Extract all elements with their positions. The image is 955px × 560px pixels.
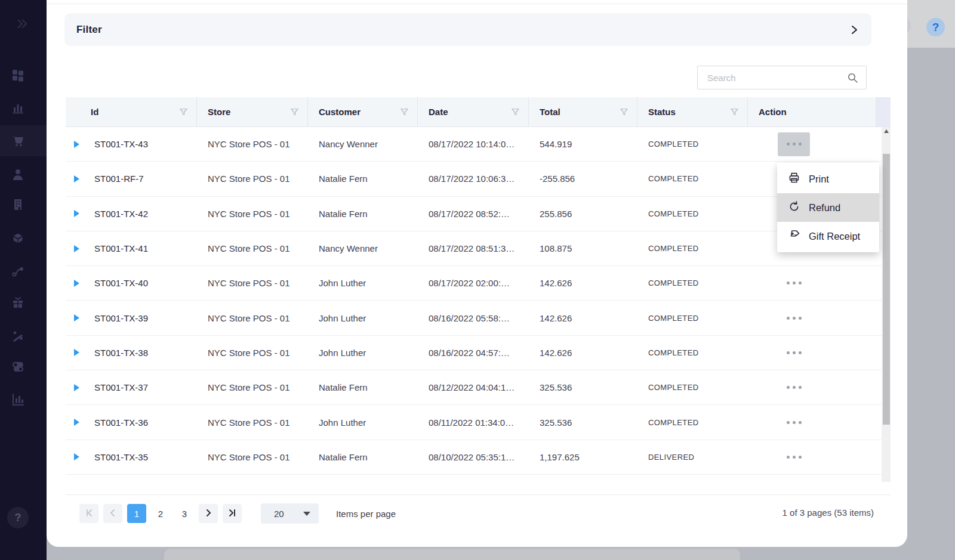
row-actions-button[interactable] <box>778 273 810 294</box>
analytics-chart-icon <box>11 101 24 115</box>
cell-date: 08/17/2022 08:52:… <box>418 209 529 219</box>
dashboard-grid-icon <box>11 69 24 82</box>
filter-funnel-icon[interactable] <box>400 107 409 116</box>
cell-store: NYC Store POS - 01 <box>197 174 308 184</box>
help-fab-button[interactable]: ? <box>926 18 945 36</box>
divider <box>47 4 907 4</box>
chevron-down-icon <box>303 512 310 516</box>
first-page-button[interactable] <box>79 504 98 523</box>
cell-id: ST001-TX-42 <box>94 209 148 219</box>
cell-total: 325.536 <box>529 382 637 392</box>
last-page-icon <box>228 509 236 519</box>
page-button-2[interactable]: 2 <box>151 504 170 523</box>
previous-page-button[interactable] <box>103 504 122 523</box>
menu-item-refund[interactable]: Refund <box>777 193 879 222</box>
items-per-page-label: Items per page <box>336 509 396 519</box>
sidebar-item-reports[interactable] <box>11 392 25 407</box>
first-page-icon <box>85 509 93 519</box>
table-body: ST001-TX-43 NYC Store POS - 01 Nancy Wen… <box>66 127 882 482</box>
menu-item-print[interactable]: Print <box>777 165 879 193</box>
filter-funnel-icon[interactable] <box>290 107 299 116</box>
cell-customer: Natalie Fern <box>308 174 418 184</box>
expand-row-icon[interactable] <box>74 419 79 426</box>
sidebar-item-dashboard[interactable] <box>11 68 25 82</box>
filter-funnel-icon[interactable] <box>730 107 739 116</box>
table-row: ST001-TX-43 NYC Store POS - 01 Nancy Wen… <box>66 127 882 162</box>
cell-date: 08/16/2022 04:57:… <box>418 348 529 358</box>
sidebar-item-delivery[interactable] <box>11 264 25 279</box>
row-actions-button-open[interactable] <box>778 132 810 156</box>
expand-row-icon[interactable] <box>74 245 79 252</box>
column-header-status[interactable]: Status <box>637 97 748 126</box>
cell-total: 1,197.625 <box>529 452 637 462</box>
scrollbar-thumb[interactable] <box>883 154 890 425</box>
expand-row-icon[interactable] <box>74 175 79 182</box>
sidebar-item-stores[interactable] <box>11 197 25 212</box>
cell-total: 325.536 <box>529 417 637 428</box>
cell-date: 08/10/2022 05:35:1… <box>418 452 529 462</box>
items-per-page-select[interactable]: 20 <box>261 503 319 524</box>
sidebar-item-analytics[interactable] <box>11 101 25 115</box>
row-actions-button[interactable] <box>778 342 810 363</box>
expand-row-icon[interactable] <box>74 141 79 148</box>
status-badge: COMPLETED <box>637 140 748 148</box>
column-header-date[interactable]: Date <box>418 97 529 126</box>
table-row: ST001-TX-40 NYC Store POS - 01 John Luth… <box>66 266 882 301</box>
filter-funnel-icon[interactable] <box>179 107 188 116</box>
sidebar-collapse-button[interactable] <box>16 17 30 31</box>
settings-toggle-icon <box>11 360 25 374</box>
filter-funnel-icon[interactable] <box>620 107 629 116</box>
cell-id: ST001-TX-37 <box>94 382 148 392</box>
expand-row-icon[interactable] <box>74 280 79 287</box>
status-badge: COMPLETED <box>637 383 748 392</box>
sidebar-item-gifts[interactable] <box>11 295 25 310</box>
row-actions-button[interactable] <box>778 446 810 468</box>
expand-row-icon[interactable] <box>74 453 79 460</box>
status-badge: COMPLETED <box>637 314 748 323</box>
row-actions-button[interactable] <box>778 307 810 329</box>
main-panel: Filter Id Store Customer Date <box>47 0 907 547</box>
last-page-button[interactable] <box>223 504 242 523</box>
status-badge: COMPLETED <box>637 244 748 253</box>
expand-row-icon[interactable] <box>74 314 79 321</box>
cell-store: NYC Store POS - 01 <box>197 313 308 323</box>
menu-item-label: Print <box>809 174 829 185</box>
filter-funnel-icon[interactable] <box>511 107 520 116</box>
table-row: ST001-TX-42 NYC Store POS - 01 Natalie F… <box>66 197 882 231</box>
scrollbar-header-cell <box>876 97 891 126</box>
column-header-store[interactable]: Store <box>197 97 308 126</box>
cell-id: ST001-TX-40 <box>94 278 148 288</box>
table-scrollbar[interactable] <box>882 127 891 482</box>
cell-customer: John Luther <box>308 278 418 288</box>
next-page-button[interactable] <box>199 504 218 523</box>
sidebar: ? <box>0 0 47 560</box>
discounts-percent-icon <box>11 329 24 342</box>
expand-row-icon[interactable] <box>74 210 79 217</box>
sidebar-item-pos-orders[interactable] <box>11 134 25 148</box>
chevron-right-icon[interactable] <box>849 24 860 35</box>
page-button-1[interactable]: 1 <box>127 504 146 523</box>
table-row: ST001-TX-38 NYC Store POS - 01 John Luth… <box>66 336 882 370</box>
column-header-total[interactable]: Total <box>529 97 637 126</box>
menu-item-gift-receipt[interactable]: Gift Receipt <box>777 222 879 250</box>
row-actions-button[interactable] <box>778 377 810 398</box>
sidebar-item-settings[interactable] <box>11 360 25 374</box>
filter-panel-header[interactable]: Filter <box>64 13 871 46</box>
column-header-id[interactable]: Id <box>66 97 197 126</box>
search-input[interactable] <box>698 73 847 83</box>
column-header-customer[interactable]: Customer <box>308 97 418 126</box>
status-badge: COMPLETED <box>637 174 748 183</box>
scrollbar-up-arrow-icon[interactable] <box>884 129 889 133</box>
pager: 1 2 3 20 Items per page <box>79 503 396 524</box>
expand-row-icon[interactable] <box>74 349 79 356</box>
sidebar-help-button[interactable]: ? <box>7 507 29 528</box>
pos-cart-icon <box>11 134 25 148</box>
expand-row-icon[interactable] <box>74 384 79 391</box>
sidebar-item-products[interactable] <box>11 231 25 246</box>
row-actions-button[interactable] <box>778 412 810 433</box>
sidebar-item-customers[interactable] <box>11 168 25 182</box>
page-button-3[interactable]: 3 <box>175 504 194 523</box>
sidebar-item-discounts[interactable] <box>11 328 25 342</box>
search-icon[interactable] <box>847 72 866 83</box>
gift-tag-icon <box>788 229 800 244</box>
